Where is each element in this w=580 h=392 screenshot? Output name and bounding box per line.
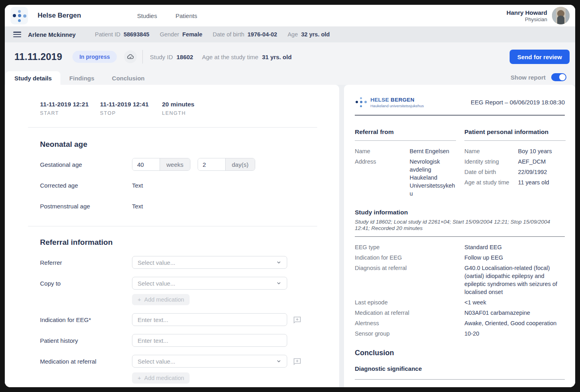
patient-id-field: Patient ID 58693845 [95, 31, 149, 38]
postmenstrual-age-row: Postmenstrual age Text [40, 200, 323, 212]
copy-to-select[interactable]: Select value... [132, 277, 287, 290]
report-divider [355, 379, 565, 380]
study-information-text: Study id 18602; Local study id 2261×04; … [355, 219, 559, 232]
tab-study-details[interactable]: Study details [6, 71, 60, 85]
cloud-check-icon [127, 53, 134, 60]
corrected-age-value: Text [132, 182, 143, 189]
add-comment-icon [292, 315, 302, 324]
report-panel: HELSE BERGEN Haukeland universitetssjuke… [344, 85, 575, 387]
report-row: Address Nevrologisk avdeling Haukeland U… [355, 158, 456, 198]
chevron-down-icon [276, 260, 282, 265]
main-nav: Studies Patients [137, 12, 197, 19]
study-date: 11.11.2019 [14, 51, 62, 62]
study-id-field: Study ID 18602 [150, 54, 193, 60]
patient-bar: Arlene Mckinney Patient ID 58693845 Gend… [5, 26, 575, 42]
copy-to-row: Copy to Select value... [40, 277, 323, 290]
app-window: Helse Bergen Studies Patients Hanry Howa… [5, 5, 575, 387]
days-unit: day(s) [225, 158, 255, 170]
avatar-photo [552, 7, 570, 24]
indication-for-eeg-input[interactable] [132, 313, 287, 326]
plus-icon: + [138, 375, 141, 381]
report-title: EEG Report – 06/06/2019 18:08:30 [471, 96, 565, 106]
medication-at-referral-select[interactable]: Select value... [132, 355, 287, 368]
report-divider [355, 236, 565, 237]
report-row: Last episode <1 week [355, 298, 565, 306]
report-row: EEG type Standard EEG [355, 243, 565, 251]
add-medication-button[interactable]: + Add medication [132, 372, 190, 384]
report-columns: Referral from Name Bernt Engelsen Addres… [355, 128, 565, 200]
gestational-days-input[interactable] [198, 158, 225, 170]
divider [142, 50, 143, 64]
patient-personal-info-section: Patient personal information Name Boy 10… [464, 128, 566, 200]
section-divider [28, 127, 317, 128]
referral-from-section: Referral from Name Bernt Engelsen Addres… [355, 128, 456, 200]
indication-for-eeg-row: Indication for EEG* [40, 313, 323, 326]
nav-item-patients[interactable]: Patients [176, 12, 197, 19]
study-details-panel: 11-11-2019 12:21 START 11-11-2019 12:41 … [5, 85, 339, 387]
report-row: Alertness Awake, Oriented, Good cooperat… [355, 319, 565, 327]
study-age-field: Age at the study time 31 yrs. old [202, 54, 292, 60]
user-name: Hanry Howard [506, 9, 547, 16]
tab-conclusion[interactable]: Conclusion [103, 71, 154, 85]
referrer-select[interactable]: Select value... [132, 256, 287, 269]
chevron-down-icon [276, 280, 282, 286]
hospital-logo: HELSE BERGEN Haukeland universitetssjuke… [355, 96, 424, 109]
user-menu[interactable]: Hanry Howard Physician [506, 7, 570, 24]
diagnostic-significance-title: Diagnostic significance [355, 365, 565, 372]
status-badge: In progress [72, 51, 116, 63]
report-divider [355, 115, 565, 116]
gestational-weeks-input[interactable] [132, 158, 160, 170]
tab-findings[interactable]: Findings [60, 71, 103, 85]
report-details: EEG type Standard EEG Indication for EEG… [355, 243, 565, 338]
study-header: 11.11.2019 In progress Study ID 18602 Ag… [5, 42, 575, 71]
report-row: Diagnosis at referral G40.0 Localisation… [355, 264, 565, 296]
report-row: Identity string AEF_DCM [464, 158, 566, 166]
gestational-days-group: day(s) [198, 158, 256, 171]
top-nav: Helse Bergen Studies Patients Hanry Howa… [5, 5, 575, 26]
length: 20 minutes LENGTH [162, 101, 222, 116]
send-for-review-button[interactable]: Send for review [510, 50, 570, 64]
patient-info-title: Patient personal information [464, 128, 566, 141]
tabs-bar: Study details Findings Conclusion Show r… [5, 71, 575, 85]
plus-icon: + [138, 296, 141, 303]
show-report-toggle[interactable] [551, 73, 566, 81]
dob-field: Date of birth 1976-04-02 [213, 31, 277, 38]
add-comment-button[interactable] [292, 356, 302, 366]
report-row: Indication for EEG Follow up EEG [355, 254, 565, 262]
helse-bergen-logo-icon [10, 7, 28, 24]
avatar[interactable] [552, 7, 570, 24]
nav-item-studies[interactable]: Studies [137, 12, 157, 19]
conclusion-title: Conclusion [355, 349, 565, 357]
start-time: 11-11-2019 12:21 START [40, 101, 100, 116]
referral-from-title: Referral from [355, 128, 456, 141]
report-row: Sensor group 10-20 [355, 330, 565, 338]
report-row: Name Bernt Engelsen [355, 147, 456, 155]
add-comment-icon [292, 356, 302, 366]
weeks-unit: weeks [160, 158, 190, 170]
section-divider [28, 226, 317, 226]
gestational-age-row: Gestational age weeks day(s) [40, 158, 323, 171]
patient-history-input[interactable] [132, 334, 287, 347]
recording-times: 11-11-2019 12:21 START 11-11-2019 12:41 … [40, 101, 222, 116]
gestational-weeks-group: weeks [132, 158, 190, 171]
brand-title: Helse Bergen [38, 12, 81, 20]
age-field: Age 32 yrs. old [288, 31, 330, 38]
hospital-name: HELSE BERGEN [370, 97, 424, 103]
helse-bergen-logo-icon [355, 96, 367, 109]
user-role: Physician [506, 16, 547, 22]
add-comment-button[interactable] [292, 315, 302, 324]
corrected-age-row: Corrected age Text [40, 179, 323, 192]
stop-time: 11-11-2019 12:41 STOP [100, 101, 162, 116]
cloud-sync-button[interactable] [124, 50, 137, 63]
gender-field: Gender Female [160, 31, 202, 38]
report-row: Date of birth 22/09/1992 [464, 168, 566, 176]
report-row: Name Boy 10 years [464, 147, 566, 155]
show-report-label: Show report [510, 74, 546, 81]
chevron-down-icon [276, 358, 282, 364]
add-medication-button[interactable]: + Add medication [132, 294, 190, 305]
hospital-subtitle: Haukeland universitetssjukehus [370, 104, 424, 108]
content-area: 11-11-2019 12:21 START 11-11-2019 12:41 … [5, 85, 575, 387]
report-row: Age at study time 11 years old [464, 178, 566, 186]
menu-icon[interactable] [13, 32, 21, 37]
study-information-section: Study information Study id 18602; Local … [355, 209, 565, 232]
